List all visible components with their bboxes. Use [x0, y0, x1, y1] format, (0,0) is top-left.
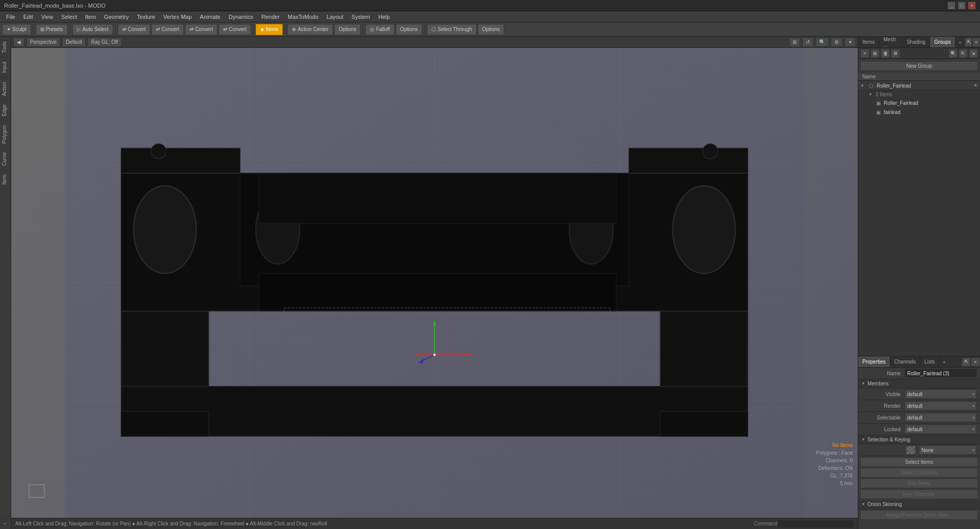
falloff-btn[interactable]: ◎ Falloff — [365, 24, 394, 35]
menu-vertex-map[interactable]: Vertex Map — [159, 13, 196, 21]
svg-marker-7 — [121, 386, 748, 436]
vp-icon2[interactable]: ↺ — [802, 38, 813, 47]
group-eye[interactable]: 👁 — [973, 83, 978, 88]
command-input[interactable] — [777, 520, 854, 528]
menu-help[interactable]: Help — [374, 13, 394, 21]
action-center-btn[interactable]: ⊕ Action Center — [287, 24, 333, 35]
minimize-btn[interactable]: _ — [947, 2, 956, 10]
svg-rect-55 — [911, 452, 913, 454]
options1-btn[interactable]: Options — [334, 24, 361, 35]
auto-select-btn[interactable]: ▷ Auto Select — [72, 24, 113, 35]
tree-item-fairlead[interactable]: ▣ fairlead — [858, 107, 980, 117]
panel-icon-new[interactable]: + — [860, 49, 869, 58]
select-through-btn[interactable]: ⬡ Select Through — [427, 24, 477, 35]
menu-maxtomodo[interactable]: MaxToModo — [284, 13, 322, 21]
sidebar-action[interactable]: Action — [0, 77, 11, 100]
panel-icon-settings[interactable]: ⚙ — [891, 49, 900, 58]
color-grid-icon[interactable] — [905, 446, 917, 455]
menu-item[interactable]: Item — [81, 13, 100, 21]
assign-remove-onion-btn[interactable]: Assign/Remove Onion Skin... — [860, 510, 978, 520]
close-btn[interactable]: × — [968, 2, 976, 10]
prop-expand-btn[interactable]: ⇱ — [962, 357, 971, 367]
convert1-btn[interactable]: ⇌ Convert — [118, 24, 150, 35]
new-group-button[interactable]: New Group — [860, 61, 978, 71]
locked-dropdown[interactable]: default ▾ — [905, 425, 977, 434]
tab-items[interactable]: Items — [858, 37, 879, 47]
none-dropdown[interactable]: None ▾ — [919, 446, 977, 455]
panel-close-btn[interactable]: × — [972, 38, 980, 47]
key-channels-btn[interactable]: Key Channels — [860, 489, 978, 499]
svg-rect-50 — [909, 450, 911, 452]
sculpt-btn[interactable]: ✦ Sculpt — [2, 24, 31, 35]
prop-tab-properties[interactable]: Properties — [858, 356, 890, 367]
panel-icon-duplicate[interactable]: ⊞ — [870, 49, 880, 58]
panel-expand-btn[interactable]: ⇱ — [965, 38, 972, 47]
panel-icon-collapse[interactable]: ⇲ — [969, 49, 978, 58]
vp-nav-prev[interactable]: ◀ — [13, 38, 24, 47]
menu-animate[interactable]: Animate — [196, 13, 224, 21]
sidebar-polygon[interactable]: Polygon — [0, 121, 11, 148]
sidebar-tools[interactable]: Tools — [0, 37, 11, 57]
visible-dropdown[interactable]: default ▾ — [905, 389, 977, 399]
menu-render[interactable]: Render — [257, 13, 284, 21]
menu-system[interactable]: System — [347, 13, 374, 21]
name-row: Name — [858, 368, 980, 379]
menu-texture[interactable]: Texture — [133, 13, 159, 21]
options3-btn[interactable]: Options — [478, 24, 504, 35]
menu-dynamics[interactable]: Dynamics — [225, 13, 257, 21]
sidebar-input[interactable]: Input — [0, 57, 11, 77]
menu-layout[interactable]: Layout — [322, 13, 347, 21]
prop-tab-channels[interactable]: Channels — [890, 356, 920, 367]
vp-icon5[interactable]: ✦ — [845, 38, 856, 47]
convert3-btn[interactable]: ⇌ Convert — [185, 24, 217, 35]
render-dropdown[interactable]: default ▾ — [905, 401, 977, 410]
convert4-btn[interactable]: ⇌ Convert — [219, 24, 251, 35]
tab-shading[interactable]: Shading — [903, 37, 930, 47]
panel-icon-expand[interactable]: ⇱ — [959, 49, 968, 58]
menu-edit[interactable]: Edit — [19, 13, 37, 21]
presets-btn[interactable]: ⊞ Presets — [36, 24, 68, 35]
panel-icon-search[interactable]: 🔍 — [948, 49, 958, 58]
vp-icon4[interactable]: ⚙ — [831, 38, 842, 47]
vp-shading[interactable]: Default — [62, 38, 86, 47]
members-section[interactable]: ▼ Members — [858, 379, 980, 388]
onion-section[interactable]: ▼ Onion Skinning — [858, 500, 980, 509]
convert2-btn[interactable]: ⇌ Convert — [151, 24, 184, 35]
tree-subgroup[interactable]: ▼ 2 Items — [858, 91, 980, 98]
menu-view[interactable]: View — [37, 13, 58, 21]
panel-icon-delete[interactable]: 🗑 — [881, 49, 890, 58]
svg-marker-12 — [629, 148, 748, 173]
vp-icon1[interactable]: ⊞ — [789, 38, 800, 47]
options2-btn[interactable]: Options — [396, 24, 422, 35]
sidebar-curve[interactable]: Curve — [0, 148, 11, 170]
sidebar-item[interactable]: Item — [0, 170, 11, 188]
select-items-btn[interactable]: Select Items — [860, 457, 978, 467]
prop-tab-add[interactable]: + — [939, 359, 948, 365]
vp-perspective[interactable]: Perspective — [26, 38, 60, 47]
maximize-btn[interactable]: □ — [958, 2, 966, 10]
key-items-btn[interactable]: Key Items — [860, 479, 978, 488]
vp-icon3[interactable]: 🔍 — [815, 38, 829, 47]
tab-mesh[interactable]: Mesh ... — [879, 37, 903, 47]
tab-add[interactable]: + — [956, 39, 965, 45]
selectable-dropdown[interactable]: default ▾ — [905, 413, 977, 422]
viewport-canvas[interactable]: No Items Polygons : Face Channels: 0 Def… — [11, 48, 858, 518]
prop-tab-lists[interactable]: Lists — [920, 356, 940, 367]
items-btn[interactable]: ◈ Items — [256, 24, 283, 35]
name-input[interactable] — [905, 369, 977, 378]
vp-raygl[interactable]: Ray GL: Off — [88, 38, 122, 47]
app-title: Roller_Fairlead_modo_base.lxo - MODO — [4, 3, 105, 9]
tab-groups[interactable]: Groups — [930, 37, 956, 47]
members-arrow: ▼ — [861, 381, 865, 386]
sidebar-edge[interactable]: Edge — [0, 100, 11, 120]
prop-close-btn[interactable]: × — [971, 357, 980, 367]
item-label-1: Roller_Fairlead — [884, 100, 978, 106]
select-channels-btn[interactable]: Select Channels — [860, 468, 978, 478]
tree-item-roller-fairlead[interactable]: ▣ Roller_Fairlead — [858, 98, 980, 107]
menu-select[interactable]: Select — [57, 13, 81, 21]
tree-item-group[interactable]: ▼ ⬡ Roller_Fairlead 👁 — [858, 81, 980, 91]
selection-section[interactable]: ▼ Selection & Keying — [858, 435, 980, 444]
menu-file[interactable]: File — [2, 13, 19, 21]
sidebar-toggle[interactable]: ‹ — [0, 518, 11, 529]
menu-geometry[interactable]: Geometry — [100, 13, 132, 21]
